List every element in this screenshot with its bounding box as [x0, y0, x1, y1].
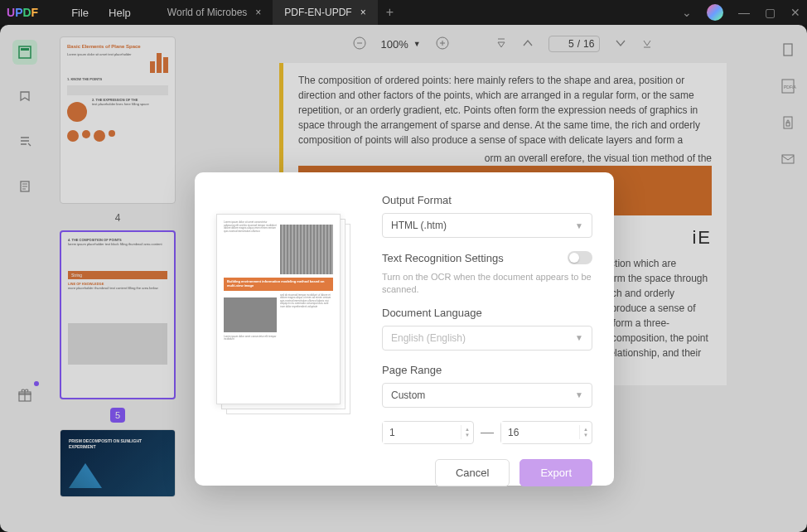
range-to-field[interactable]	[501, 422, 579, 443]
maximize-icon[interactable]: ▢	[765, 6, 776, 19]
avatar[interactable]	[707, 4, 723, 21]
titlebar: UPDF File Help World of Microbes × PDF-E…	[0, 0, 807, 25]
spin-up-icon[interactable]: ▲	[583, 427, 588, 432]
select-value: English (English)	[391, 332, 466, 344]
preview-page: Lorem ipsum dolor sit amet consectetur a…	[216, 214, 341, 404]
spin-down-icon[interactable]: ▼	[465, 433, 470, 438]
spin-up-icon[interactable]: ▲	[465, 427, 470, 432]
tab-pdf-en-updf[interactable]: PDF-EN-UPDF ×	[273, 0, 377, 25]
ocr-label: Text Recognition Settings	[382, 252, 504, 264]
chevron-down-icon: ▼	[575, 390, 583, 399]
export-button[interactable]: Export	[519, 459, 592, 486]
minimize-icon[interactable]: —	[738, 6, 750, 19]
menu-help[interactable]: Help	[109, 7, 131, 19]
chevron-down-icon: ▼	[575, 221, 583, 230]
app-logo: UPDF	[7, 6, 38, 19]
select-value: Custom	[391, 389, 425, 401]
range-dash: —	[481, 425, 494, 440]
output-format-label: Output Format	[382, 194, 592, 206]
close-icon[interactable]: ×	[255, 7, 261, 18]
language-select[interactable]: English (English) ▼	[382, 326, 592, 351]
page-range-select[interactable]: Custom ▼	[382, 383, 592, 408]
tab-label: PDF-EN-UPDF	[284, 7, 351, 18]
preview-orange-box: Building environment information modelin…	[224, 278, 333, 291]
chevron-down-icon[interactable]: ⌄	[682, 6, 692, 19]
export-form: Output Format HTML (.htm) ▼ Text Recogni…	[382, 194, 592, 464]
select-value: HTML (.htm)	[391, 220, 447, 231]
tab-label: World of Microbes	[167, 7, 247, 18]
menu-file[interactable]: File	[71, 7, 89, 19]
tab-world-of-microbes[interactable]: World of Microbes ×	[156, 0, 273, 25]
spin-down-icon[interactable]: ▼	[583, 433, 588, 438]
range-from-input[interactable]: ▲▼	[382, 421, 474, 444]
language-label: Document Language	[382, 307, 592, 319]
cancel-button[interactable]: Cancel	[435, 459, 510, 486]
add-tab-button[interactable]: +	[378, 0, 402, 25]
ocr-toggle[interactable]	[568, 251, 592, 264]
chevron-down-icon: ▼	[575, 333, 583, 342]
export-modal: Lorem ipsum dolor sit amet consectetur a…	[195, 172, 614, 486]
range-to-input[interactable]: ▲▼	[500, 421, 592, 444]
page-range-label: Page Range	[382, 364, 592, 376]
close-icon[interactable]: ×	[360, 7, 366, 18]
ocr-hint: Turn on the OCR when the document appear…	[382, 271, 592, 297]
close-window-icon[interactable]: ✕	[790, 6, 800, 19]
preview-stack: Lorem ipsum dolor sit amet consectetur a…	[216, 214, 349, 419]
range-from-field[interactable]	[383, 422, 461, 443]
app-body: Basic Elements of Plane Space Lorem ipsu…	[0, 25, 807, 532]
output-format-select[interactable]: HTML (.htm) ▼	[382, 213, 592, 238]
